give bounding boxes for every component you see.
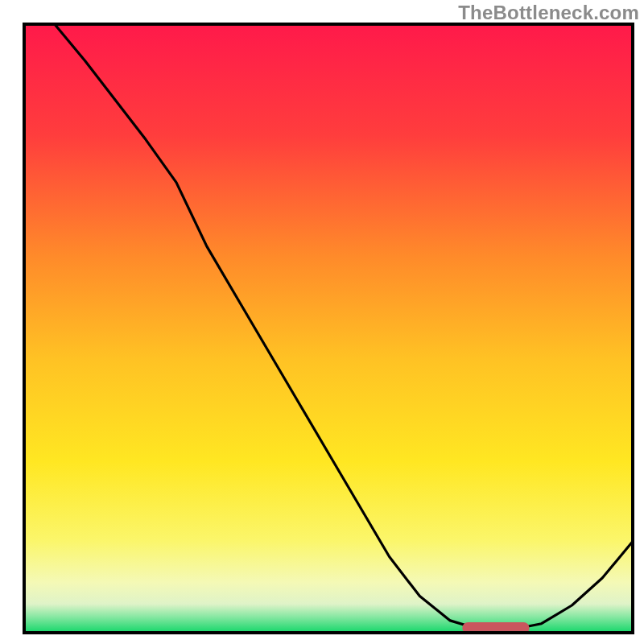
plot-background	[26, 26, 631, 631]
chart-container: TheBottleneck.com	[0, 0, 644, 644]
bottleneck-chart	[0, 0, 644, 644]
